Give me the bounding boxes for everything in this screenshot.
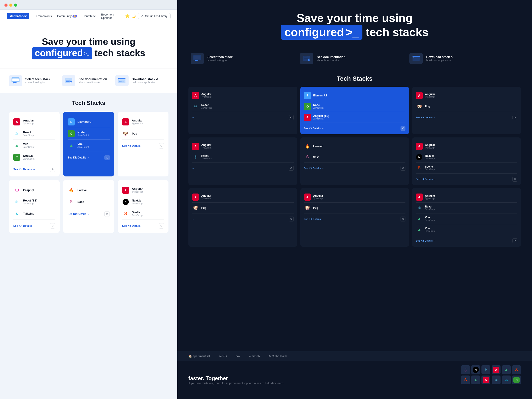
dark-stack-item: S Sass	[304, 152, 406, 163]
card-footer: See Kit Details → ⊙	[13, 221, 55, 228]
github-kit-icon[interactable]: ⊙	[50, 167, 55, 172]
dark-github-icon[interactable]: ⊙	[289, 115, 294, 120]
see-kit-link[interactable]: See Kit Details →	[68, 213, 89, 216]
dark-see-kit-link[interactable]: →	[192, 116, 194, 119]
dark-stack-item: ⬡ NodeJavaScript	[304, 101, 406, 112]
dark-github-icon[interactable]: ⊙	[400, 166, 405, 171]
github-kit-icon[interactable]: ⊙	[159, 223, 164, 228]
see-kit-link[interactable]: See Kit Details →	[122, 224, 144, 228]
dark-github-icon[interactable]: ⊙	[513, 238, 517, 243]
dark-github-icon[interactable]: ⊙	[513, 115, 517, 120]
dot-green	[14, 4, 17, 7]
stack-item: ⬡ Graphql	[13, 184, 55, 196]
see-kit-link[interactable]: See Kit Details →	[13, 224, 35, 228]
github-kit-icon[interactable]: ⊙	[159, 143, 164, 149]
svg-rect-5	[66, 79, 69, 79]
dark-github-icon[interactable]: ⊙	[289, 166, 294, 171]
dark-github-icon[interactable]: ⊙	[289, 216, 294, 222]
pug-icon: 🐶	[122, 130, 129, 137]
logo[interactable]: starter<>dev	[7, 13, 29, 19]
dark-stack-item: A AngularTypescript	[416, 192, 517, 203]
react-icon: ⚛	[13, 130, 20, 137]
github-kit-icon[interactable]: ⊙	[104, 211, 110, 217]
dark-step-1: Select tech stack you're looking for	[191, 53, 300, 64]
logo-apartmentlist: 🏠 apartment list	[188, 355, 210, 358]
dark-step-2-text: See documentation about how it works	[317, 55, 345, 62]
nav-community[interactable]: Community 🔔	[57, 14, 77, 18]
dark-step-1-text: Select tech stack you're looking for	[208, 55, 233, 62]
github-icon: ⚙	[141, 15, 144, 18]
dark-stack-item: A AngularTypescript	[192, 90, 294, 101]
moon-icon[interactable]: 🌙	[132, 14, 136, 18]
pug-icon: 🐶	[192, 204, 199, 211]
grid-icon-react2: ⚛	[492, 375, 500, 384]
dark-github-icon[interactable]: ⊙	[513, 177, 517, 182]
grid-icon-react: ⚛	[481, 365, 490, 374]
dark-see-kit-link[interactable]: See Kit Details →	[304, 167, 324, 170]
step-3: >_download Download stack & build own ap…	[115, 75, 168, 86]
dark-stack-item: ▲ VueJavaScript	[416, 214, 517, 224]
star-icon[interactable]: ⭐	[125, 14, 130, 18]
github-button[interactable]: ⚙ GitHub Kits Library	[138, 13, 171, 19]
dark-github-icon[interactable]: ⊙	[400, 216, 405, 222]
stack-item: 🔥 Laravel	[68, 184, 109, 196]
dark-stack-item: A AngularTypescript	[192, 192, 294, 203]
dark-see-kit-link[interactable]: See Kit Details →	[416, 116, 436, 119]
see-kit-link[interactable]: See Kit Details →	[68, 156, 89, 159]
dark-steps: Select tech stack you're looking for See…	[177, 49, 532, 71]
hero-highlight: configured >_	[32, 47, 92, 59]
stack-item: A AngularTypescript	[13, 116, 55, 128]
dark-hero-title: Save your time using configured >_ tech …	[191, 11, 519, 40]
nav-links: Frameworks Community 🔔 Contribute Become…	[36, 13, 119, 19]
dark-see-kit-link[interactable]: See Kit Details →	[416, 239, 436, 242]
dark-card-right-2: A AngularTypescript N Next.jsJavaScript …	[412, 137, 521, 185]
dark-card-footer: → ⊙	[192, 113, 294, 120]
dark-see-kit-link[interactable]: →	[192, 218, 194, 220]
stack-item: A AngularTypescript	[122, 116, 164, 128]
dark-see-kit-link[interactable]: See Kit Details →	[416, 178, 436, 180]
svg-point-20	[308, 59, 310, 61]
dark-hero: Save your time using configured >_ tech …	[177, 0, 532, 49]
dark-see-kit-link[interactable]: →	[192, 167, 194, 170]
react-ts-icon: ⚛	[13, 198, 20, 205]
grid-icon-vue2: ▲	[471, 375, 480, 384]
dark-card-footer: → ⊙	[192, 214, 294, 222]
svg-marker-16	[194, 60, 199, 61]
card-footer: See Kit Details → ⊙	[13, 164, 55, 172]
angular-icon: A	[416, 194, 423, 201]
pug-icon: 🐶	[304, 204, 311, 211]
github-kit-icon[interactable]: ⊙	[104, 155, 110, 160]
angular-icon: A	[416, 92, 423, 99]
laravel-icon: 🔥	[304, 143, 311, 150]
logo-avvo: AVVO	[219, 355, 227, 358]
see-kit-link[interactable]: See Kit Details →	[13, 168, 35, 171]
step-1: Select tech stack you're looking for	[9, 75, 62, 86]
stack-card-5: 🔥 Laravel S Sass See Kit Details → ⊙	[63, 180, 114, 233]
dark-stack-item: A AngularTypescript	[304, 192, 406, 203]
stack-item: ≋ Tailwind	[13, 208, 55, 220]
dark-card-truncated-3: A AngularTypescript 🐶 Pug → ⊙	[188, 188, 297, 247]
dark-github-icon[interactable]: ⊙	[400, 126, 405, 131]
node-icon: ⬡	[304, 103, 311, 110]
dark-card-footer: → ⊙	[192, 164, 294, 171]
dark-stacks-row-3: A AngularTypescript 🐶 Pug → ⊙ A AngularT…	[188, 188, 521, 247]
dark-step-1-icon	[191, 53, 204, 64]
cta-text: faster. Together If you see mistakes, ro…	[188, 375, 284, 385]
dark-see-kit-link[interactable]: See Kit Details →	[304, 127, 324, 130]
dark-card-footer: See Kit Details → ⊙	[416, 174, 517, 182]
graphql-icon: ⬡	[13, 187, 20, 194]
dark-stack-item: 🐶 Pug	[304, 203, 406, 214]
angular-icon: A	[192, 194, 199, 201]
svg-rect-7	[66, 81, 70, 82]
svg-point-9	[70, 82, 72, 83]
github-kit-icon[interactable]: ⊙	[50, 223, 55, 228]
steps-section: Select tech stack you're looking for See…	[0, 68, 177, 93]
dark-see-kit-link[interactable]: See Kit Details →	[304, 218, 324, 220]
dot-yellow	[9, 4, 13, 7]
nav-contribute[interactable]: Contribute	[82, 14, 96, 18]
dark-step-2-icon	[300, 53, 313, 64]
see-kit-link[interactable]: See Kit Details →	[122, 144, 144, 147]
nav-sponsor[interactable]: Become a Sponsor	[101, 13, 119, 19]
nav-frameworks[interactable]: Frameworks	[36, 14, 52, 18]
card-footer: See Kit Details → ⊙	[122, 140, 164, 149]
